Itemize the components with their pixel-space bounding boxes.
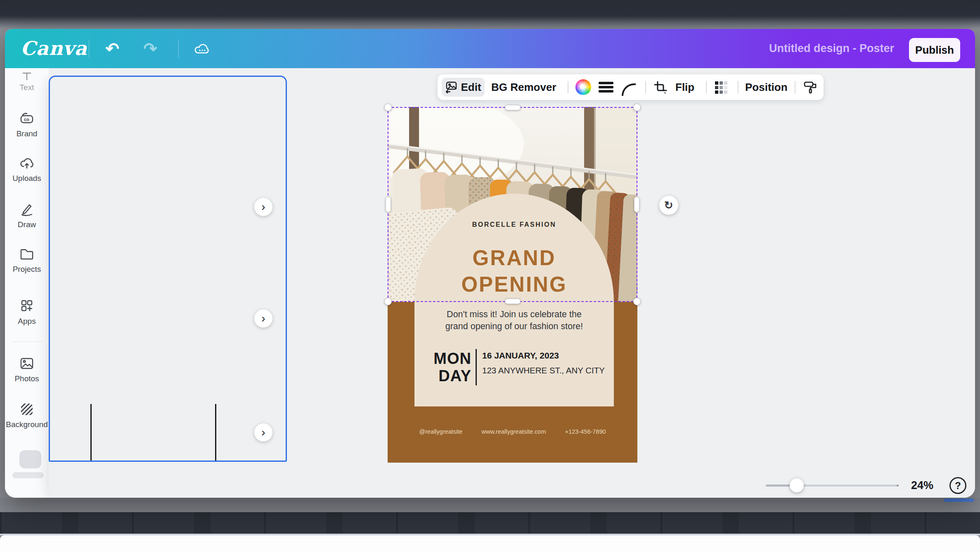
sidebar-item-draw[interactable]: Draw — [5, 201, 49, 229]
carousel-next-button[interactable]: › — [254, 309, 272, 328]
background-window-fragment — [944, 499, 974, 502]
sidebar-item-label: Uploads — [5, 174, 49, 183]
toolbar-divider — [568, 81, 568, 93]
poster-design[interactable]: BORCELLE FASHION GRAND OPENING Don't mis… — [388, 107, 637, 463]
edit-image-button[interactable]: Edit — [442, 78, 485, 97]
resize-handle-bottom-left[interactable] — [384, 298, 392, 305]
poster-brand-text: BORCELLE FASHION — [414, 221, 614, 228]
resize-handle-top[interactable] — [505, 105, 521, 110]
document-title[interactable]: Untitled design - Poster — [769, 42, 894, 55]
canva-app-window: Canva ↶ ↷ Untitled design - Poster Publi… — [5, 29, 975, 498]
poster-title-line2: OPENING — [414, 272, 614, 297]
topbar-divider — [178, 40, 179, 58]
poster-title-line1: GRAND — [414, 246, 614, 270]
poster-body-line2: grand opening of our fashion store! — [414, 321, 614, 332]
zoom-slider-track[interactable] — [766, 484, 898, 487]
paint-roller-icon[interactable] — [802, 79, 819, 96]
bg-remover-button[interactable]: BG Remover — [491, 81, 556, 94]
desktop-top-strip — [0, 0, 980, 29]
toolbar-divider — [706, 81, 707, 93]
toolbar-divider — [645, 81, 646, 93]
desktop: Canva ↶ ↷ Untitled design - Poster Publi… — [0, 0, 980, 551]
sidebar-item-label: Photos — [5, 374, 49, 383]
sidebar-item-photos[interactable]: Photos — [5, 355, 49, 383]
svg-text:co: co — [24, 117, 29, 122]
poster-divider-line — [476, 349, 477, 385]
rotate-handle[interactable]: ↻ — [659, 196, 678, 215]
color-wheel-icon[interactable] — [575, 79, 591, 95]
poster-date-text: 16 JANUARY, 2023 — [482, 351, 559, 361]
resize-handle-top-right[interactable] — [633, 104, 641, 111]
poster-footer-phone: +123-456-7890 — [565, 428, 606, 435]
desktop-bottom-strip — [0, 535, 980, 551]
carousel-next-button[interactable]: › — [254, 423, 272, 442]
crop-icon[interactable] — [652, 79, 669, 96]
desktop-gray-strip — [0, 498, 980, 512]
transparency-icon[interactable] — [713, 79, 729, 96]
sidebar-placeholder-tile — [19, 450, 41, 468]
sidebar-item-label: Background — [5, 420, 49, 429]
adjust-lines-icon[interactable] — [599, 81, 613, 93]
carousel-next-button[interactable]: › — [254, 198, 272, 216]
cloud-save-icon[interactable] — [190, 36, 215, 61]
sidebar-divider — [12, 342, 42, 342]
curve-icon[interactable] — [622, 82, 636, 93]
desktop-dark-strip — [0, 512, 980, 534]
sidebar-item-label: Draw — [5, 220, 49, 229]
sidebar-item-text[interactable]: Text — [5, 71, 49, 92]
redo-icon[interactable]: ↷ — [138, 36, 163, 61]
toolbar-divider — [738, 81, 739, 93]
publish-button[interactable]: Publish — [909, 38, 960, 62]
divider-line — [215, 404, 216, 461]
resize-handle-bottom-right[interactable] — [633, 298, 641, 305]
divider-line — [90, 404, 92, 461]
poster-day-text: MONDAY — [427, 350, 471, 385]
sidebar-item-brand[interactable]: co Brand — [5, 110, 49, 138]
resize-handle-top-left[interactable] — [384, 104, 392, 111]
zoom-slider-thumb[interactable] — [790, 478, 804, 492]
edit-label: Edit — [461, 81, 481, 94]
topbar-divider — [89, 40, 89, 58]
sidebar-item-label: Brand — [5, 129, 49, 138]
poster-footer: @reallygreatsite www.reallygreatsite.com… — [388, 428, 637, 435]
poster-body-line1: Don't miss it! Join us celebrate the — [414, 309, 614, 320]
sidebar-item-uploads[interactable]: Uploads — [5, 155, 49, 183]
context-toolbar: Edit BG Remover Flip — [438, 74, 824, 100]
sidebar-item-label: Apps — [5, 317, 49, 326]
help-button[interactable]: ? — [949, 477, 966, 494]
position-button[interactable]: Position — [745, 81, 788, 94]
sidebar-item-label: Text — [5, 83, 49, 92]
resize-handle-left[interactable] — [386, 197, 391, 212]
sidebar-item-background[interactable]: Background — [5, 401, 49, 429]
flip-button[interactable]: Flip — [675, 81, 694, 94]
zoom-slider-end-dot — [897, 484, 899, 487]
resize-handle-bottom[interactable] — [505, 299, 521, 304]
sidebar-item-label: Projects — [5, 265, 49, 274]
undo-icon[interactable]: ↶ — [100, 36, 125, 61]
sidebar-placeholder-pill — [12, 472, 44, 478]
top-bar: Canva ↶ ↷ Untitled design - Poster Publi… — [5, 29, 975, 68]
sidebar-item-projects[interactable]: Projects — [5, 246, 49, 274]
poster-footer-website: www.reallygreatsite.com — [481, 428, 546, 435]
poster-address-text: 123 ANYWHERE ST., ANY CITY — [482, 366, 605, 375]
zoom-percentage[interactable]: 24% — [909, 479, 935, 492]
sidebar-item-apps[interactable]: Apps — [5, 298, 49, 326]
resize-handle-right[interactable] — [634, 197, 639, 212]
toolbar-divider — [795, 81, 795, 93]
sidebar: Text co Brand Uploads Draw — [5, 68, 49, 498]
canva-logo[interactable]: Canva — [21, 37, 87, 59]
poster-footer-handle: @reallygreatsite — [419, 428, 462, 435]
